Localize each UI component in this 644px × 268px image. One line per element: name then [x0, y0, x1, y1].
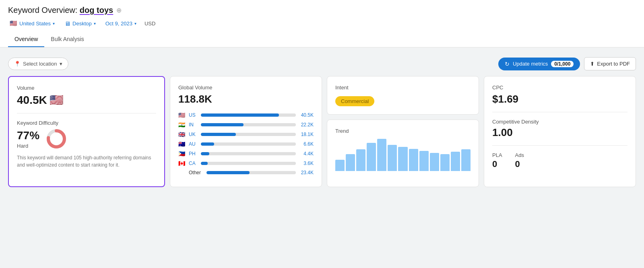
intent-card: Intent Commercial [327, 76, 479, 115]
trend-bar-8 [409, 149, 418, 171]
trend-bar-3 [356, 149, 365, 171]
ads-value: 0 [515, 159, 524, 169]
bar-row-ph: 🇵🇭 PH 4.4K [178, 150, 314, 157]
update-count-badge: 0/1,000 [551, 61, 574, 67]
volume-value: 40.5K 🇺🇸 [17, 93, 156, 107]
refresh-icon: ↻ [505, 61, 510, 67]
device-control[interactable]: 🖥 Desktop ▾ [63, 19, 97, 28]
trend-bar-12 [451, 152, 460, 171]
bar-row-ca: 🇨🇦 CA 3.6K [178, 160, 314, 167]
pla-col: PLA 0 [492, 152, 502, 169]
location-placeholder: Select location [23, 61, 57, 67]
location-label: United States [19, 21, 51, 27]
export-pdf-button[interactable]: ⬆ Export to PDF [584, 57, 636, 70]
country-ca[interactable]: CA [189, 161, 198, 166]
flag-ph: 🇵🇭 [178, 150, 186, 157]
kd-description: This keyword will demand 105 high-author… [17, 154, 156, 169]
tab-bulk-analysis[interactable]: Bulk Analysis [44, 32, 90, 47]
comp-density-label: Competitive Density [492, 119, 627, 125]
trend-bar-7 [398, 147, 407, 171]
intent-trend-column: Intent Commercial Trend [327, 76, 479, 187]
bar-value-ph: 4.4K [299, 151, 314, 157]
global-volume-label: Global Volume [178, 85, 314, 91]
trend-bar-2 [346, 154, 355, 171]
metrics-card: CPC $1.69 Competitive Density 1.00 PLA 0… [484, 76, 636, 187]
country-us[interactable]: US [189, 112, 198, 118]
bar-value-us: 40.5K [299, 112, 314, 118]
volume-label: Volume [17, 85, 156, 91]
bar-row-other: Other 23.4K [178, 170, 314, 175]
bar-fill-au [201, 142, 214, 146]
flag-in: 🇮🇳 [178, 122, 186, 128]
bar-track-uk [201, 133, 296, 136]
bar-fill-in [201, 123, 244, 126]
trend-label: Trend [335, 128, 471, 134]
flag-us: 🇺🇸 [178, 112, 186, 118]
export-label: Export to PDF [597, 61, 630, 67]
bar-value-uk: 18.1K [299, 132, 314, 137]
pla-ads-row: PLA 0 Ads 0 [492, 152, 627, 169]
kd-label: Keyword Difficulty [17, 120, 156, 126]
bar-fill-uk [201, 133, 236, 136]
trend-bar-6 [388, 145, 397, 171]
location-control[interactable]: 🇺🇸 United States ▾ [8, 19, 56, 28]
intent-label: Intent [335, 85, 471, 91]
trend-bar-11 [440, 154, 450, 171]
bar-track-in [201, 123, 296, 126]
trend-card: Trend [327, 120, 479, 187]
trend-chart [335, 139, 471, 171]
flag-uk: 🇬🇧 [178, 131, 186, 138]
global-volume-value: 118.8K [178, 93, 314, 105]
pin-icon: 📍 [14, 61, 21, 67]
trend-bar-4 [367, 143, 376, 171]
select-location-dropdown[interactable]: 📍 Select location ▾ [8, 58, 68, 70]
bar-row-uk: 🇬🇧 UK 18.1K [178, 131, 314, 138]
bar-track-au [201, 142, 296, 146]
currency-label: USD [144, 21, 155, 27]
location-chevron-icon: ▾ [53, 21, 55, 26]
bar-fill-us [201, 113, 279, 117]
comp-density-value: 1.00 [492, 126, 627, 139]
country-au[interactable]: AU [189, 141, 198, 147]
trend-bar-9 [419, 151, 429, 171]
bar-track-us [201, 113, 296, 117]
bar-value-ca: 3.6K [299, 161, 314, 166]
trend-bar-13 [461, 149, 471, 171]
bar-track-ca [201, 162, 296, 165]
flag-ca: 🇨🇦 [178, 160, 186, 167]
add-keyword-icon[interactable]: ⊕ [116, 6, 122, 14]
bar-value-other: 23.4K [299, 170, 314, 175]
bar-fill-ca [201, 162, 208, 165]
cpc-label: CPC [492, 85, 627, 91]
date-control[interactable]: Oct 9, 2023 ▾ [104, 20, 138, 27]
date-label: Oct 9, 2023 [105, 21, 132, 27]
bar-value-in: 22.2K [299, 122, 314, 128]
country-in[interactable]: IN [189, 122, 198, 128]
bar-value-au: 6.6K [299, 141, 314, 147]
date-chevron-icon: ▾ [134, 21, 136, 26]
bar-row-us: 🇺🇸 US 40.5K [178, 112, 314, 118]
trend-bar-1 [335, 160, 345, 171]
tab-overview[interactable]: Overview [8, 32, 44, 47]
pla-value: 0 [492, 159, 502, 169]
bar-fill-ph [201, 152, 209, 155]
device-chevron-icon: ▾ [94, 21, 96, 26]
update-metrics-label: Update metrics [513, 61, 548, 67]
flag-au: 🇦🇺 [178, 141, 186, 147]
select-chevron-icon: ▾ [60, 61, 62, 67]
bar-track-ph [201, 152, 296, 155]
global-volume-card: Global Volume 118.8K 🇺🇸 US 40.5K 🇮🇳 IN [170, 76, 322, 187]
kd-percent: 77% [17, 129, 39, 142]
page-title: Keyword Overview: dog toys [8, 6, 113, 15]
global-volume-bars: 🇺🇸 US 40.5K 🇮🇳 IN 22.2K 🇬🇧 [178, 112, 314, 175]
update-metrics-button[interactable]: ↻ Update metrics 0/1,000 [498, 58, 580, 70]
cpc-value: $1.69 [492, 93, 627, 105]
country-ph[interactable]: PH [189, 151, 198, 157]
pla-label: PLA [492, 152, 502, 158]
bar-fill-other [206, 171, 250, 174]
intent-badge: Commercial [335, 96, 374, 106]
ads-label: Ads [515, 152, 524, 158]
country-uk[interactable]: UK [189, 132, 198, 137]
bar-row-in: 🇮🇳 IN 22.2K [178, 122, 314, 128]
kd-difficulty: Hard [17, 143, 39, 149]
